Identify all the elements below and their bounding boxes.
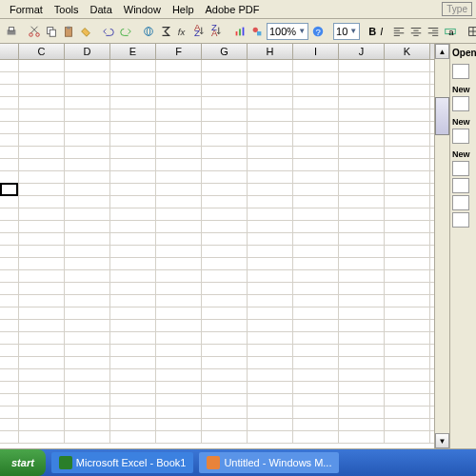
borders-button[interactable] <box>466 22 476 41</box>
grid-row[interactable] <box>0 122 434 134</box>
grid-row[interactable] <box>0 184 434 196</box>
paste-button[interactable] <box>61 22 76 41</box>
grid-row[interactable] <box>0 345 434 357</box>
menu-adobe-pdf[interactable]: Adobe PDF <box>200 2 266 17</box>
bold-button[interactable]: B <box>367 22 377 41</box>
column-header[interactable]: E <box>110 44 156 59</box>
toolbar: fx AZ ZA 100%▼ ? 10▼ B I a <box>0 19 476 44</box>
grid-row[interactable] <box>0 97 434 109</box>
grid-row[interactable] <box>0 159 434 171</box>
task-pane-icon[interactable] <box>452 212 469 228</box>
italic-button[interactable]: I <box>379 22 384 41</box>
grid-row[interactable] <box>0 85 434 97</box>
sort-desc-button[interactable]: ZA <box>209 22 225 41</box>
grid-row[interactable] <box>0 109 434 122</box>
help-button[interactable]: ? <box>310 22 326 41</box>
align-center-button[interactable] <box>408 22 424 41</box>
grid-row[interactable] <box>0 407 434 419</box>
windows-taskbar: start Microsoft Excel - Book1 Untitled -… <box>0 449 476 476</box>
task-pane-icon[interactable] <box>452 161 469 176</box>
spreadsheet-grid[interactable]: CDEFGHIJK <box>0 44 434 448</box>
scroll-thumb[interactable] <box>435 97 449 135</box>
column-header[interactable]: C <box>19 44 65 59</box>
grid-row[interactable] <box>0 382 434 394</box>
grid-row[interactable] <box>0 431 434 444</box>
chart-button[interactable] <box>232 22 248 41</box>
grid-row[interactable] <box>0 196 434 208</box>
hyperlink-button[interactable] <box>141 22 156 41</box>
cut-button[interactable] <box>27 22 42 41</box>
sort-asc-button[interactable]: AZ <box>192 22 208 41</box>
grid-row[interactable] <box>0 147 434 159</box>
grid-row[interactable] <box>0 307 434 320</box>
taskbar-item-excel[interactable]: Microsoft Excel - Book1 <box>51 452 194 473</box>
column-header[interactable]: H <box>248 44 293 59</box>
drawing-button[interactable] <box>249 22 265 41</box>
merge-button[interactable]: a <box>443 22 458 41</box>
excel-icon <box>59 456 72 469</box>
task-pane-icon[interactable] <box>452 96 469 111</box>
redo-button[interactable] <box>118 22 133 41</box>
font-size-combo[interactable]: 10▼ <box>333 23 360 40</box>
column-header[interactable]: D <box>65 44 110 59</box>
column-header[interactable]: J <box>339 44 385 59</box>
autosum-button[interactable] <box>158 22 173 41</box>
column-header[interactable]: I <box>293 44 339 59</box>
menu-window[interactable]: Window <box>118 2 167 17</box>
svg-rect-17 <box>243 27 245 35</box>
vertical-scrollbar[interactable]: ▲ ▼ <box>434 44 449 448</box>
grid-row[interactable] <box>0 369 434 382</box>
svg-text:a: a <box>449 26 455 36</box>
zoom-combo[interactable]: 100%▼ <box>267 23 308 40</box>
grid-row[interactable] <box>0 72 434 85</box>
grid-row[interactable] <box>0 246 434 258</box>
task-pane-icon[interactable] <box>452 178 469 193</box>
task-pane-icon[interactable] <box>452 129 469 144</box>
grid-row[interactable] <box>0 320 434 332</box>
taskbar-item-other[interactable]: Untitled - Windows M... <box>199 452 339 473</box>
type-help-box[interactable]: Type <box>442 2 472 16</box>
scroll-up-button[interactable]: ▲ <box>435 44 449 59</box>
start-button[interactable]: start <box>0 449 46 476</box>
menu-tools[interactable]: Tools <box>49 2 85 17</box>
grid-row[interactable] <box>0 394 434 407</box>
align-left-button[interactable] <box>391 22 407 41</box>
task-pane-section: New <box>452 85 474 94</box>
menu-help[interactable]: Help <box>167 2 200 17</box>
undo-button[interactable] <box>101 22 116 41</box>
task-pane-title: Open <box>452 48 474 58</box>
task-pane-icon[interactable] <box>452 195 469 210</box>
grid-row[interactable] <box>0 258 434 270</box>
column-header[interactable] <box>0 44 19 59</box>
svg-rect-19 <box>257 31 261 35</box>
column-header[interactable]: G <box>202 44 248 59</box>
menu-format[interactable]: Format <box>4 2 49 17</box>
scroll-down-button[interactable]: ▼ <box>435 433 449 448</box>
grid-row[interactable] <box>0 208 434 221</box>
print-button[interactable] <box>4 22 19 41</box>
column-header[interactable]: F <box>156 44 202 59</box>
align-right-button[interactable] <box>426 22 441 41</box>
selected-cell[interactable] <box>0 183 18 196</box>
grid-row[interactable] <box>0 134 434 147</box>
format-painter-button[interactable] <box>78 22 93 41</box>
grid-row[interactable] <box>0 295 434 307</box>
column-header[interactable]: K <box>385 44 430 59</box>
grid-row[interactable] <box>0 332 434 345</box>
grid-row[interactable] <box>0 221 434 233</box>
grid-row[interactable] <box>0 60 434 72</box>
grid-row[interactable] <box>0 283 434 295</box>
svg-rect-1 <box>9 27 13 30</box>
grid-row[interactable] <box>0 270 434 283</box>
menu-data[interactable]: Data <box>85 2 118 17</box>
task-pane-section: New <box>452 117 474 127</box>
grid-row[interactable] <box>0 419 434 431</box>
grid-row[interactable] <box>0 357 434 369</box>
task-pane-icon[interactable] <box>452 64 469 79</box>
grid-row[interactable] <box>0 171 434 184</box>
svg-text:fx: fx <box>178 26 187 36</box>
copy-button[interactable] <box>44 22 59 41</box>
grid-row[interactable] <box>0 233 434 246</box>
svg-point-9 <box>147 27 150 35</box>
function-button[interactable]: fx <box>175 22 190 41</box>
